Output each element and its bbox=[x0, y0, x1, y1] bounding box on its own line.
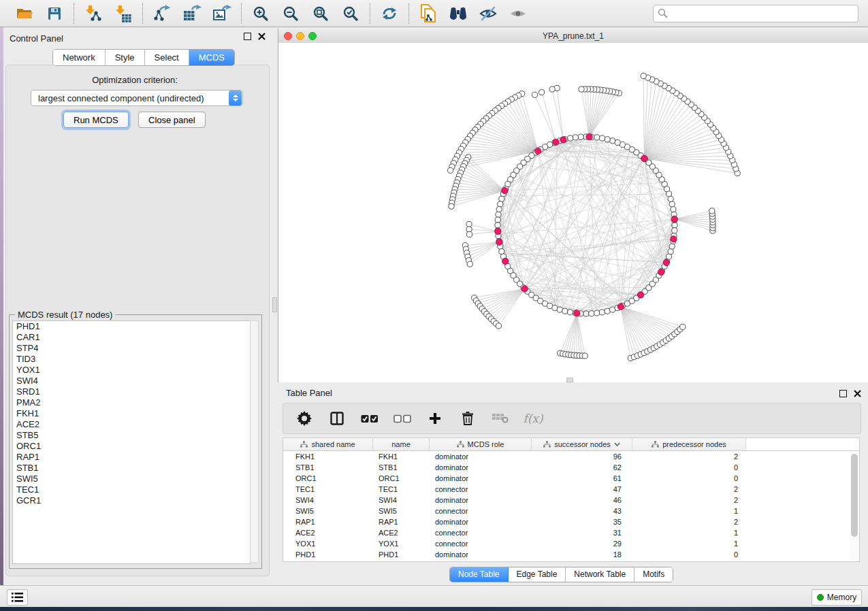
table-row[interactable]: TEC1TEC1connector472 bbox=[283, 484, 859, 495]
column-header-MCDS-role[interactable]: MCDS role bbox=[430, 438, 532, 450]
hide-selected-icon[interactable] bbox=[478, 3, 498, 24]
zoom-in-icon[interactable] bbox=[251, 3, 271, 24]
add-column-icon[interactable] bbox=[426, 410, 444, 427]
network-node[interactable] bbox=[672, 228, 677, 233]
network-hub-node[interactable] bbox=[535, 148, 541, 154]
float-panel-icon[interactable] bbox=[244, 33, 251, 40]
zoom-selected-icon[interactable] bbox=[340, 3, 361, 24]
table-row[interactable]: STB1STB1dominator620 bbox=[283, 462, 859, 473]
mcds-result-item[interactable]: FKH1 bbox=[13, 408, 250, 419]
network-canvas[interactable] bbox=[278, 43, 868, 382]
column-header-predecessor-nodes[interactable]: predecessor nodes bbox=[632, 438, 746, 450]
table-scrollbar-thumb[interactable] bbox=[851, 454, 858, 537]
tab-select[interactable]: Select bbox=[145, 50, 189, 65]
import-network-icon[interactable] bbox=[83, 3, 103, 24]
network-node[interactable] bbox=[449, 203, 454, 209]
network-node[interactable] bbox=[709, 208, 715, 214]
column-layout-icon[interactable] bbox=[328, 410, 346, 427]
mcds-result-item[interactable]: STP4 bbox=[13, 343, 250, 354]
mcds-result-item[interactable]: STB1 bbox=[13, 463, 250, 474]
network-hub-node[interactable] bbox=[502, 258, 509, 264]
mcds-result-item[interactable]: STB5 bbox=[13, 430, 250, 441]
tab-edge-table[interactable]: Edge Table bbox=[509, 567, 566, 582]
network-node[interactable] bbox=[532, 92, 537, 97]
mcds-result-item[interactable]: TEC1 bbox=[13, 484, 250, 495]
table-row[interactable]: RAP1RAP1dominator352 bbox=[283, 516, 859, 527]
network-hub-node[interactable] bbox=[496, 239, 502, 245]
tab-style[interactable]: Style bbox=[106, 50, 145, 65]
network-node[interactable] bbox=[466, 227, 472, 232]
export-table-icon[interactable] bbox=[182, 3, 202, 24]
mcds-result-item[interactable]: RAP1 bbox=[13, 452, 250, 463]
network-node[interactable] bbox=[605, 308, 610, 314]
network-node[interactable] bbox=[582, 353, 588, 359]
close-panel-button[interactable]: Close panel bbox=[138, 112, 206, 128]
mcds-result-item[interactable]: TID3 bbox=[13, 354, 250, 365]
column-header-name[interactable]: name bbox=[373, 438, 430, 450]
column-header-successor-nodes[interactable]: successor nodes bbox=[532, 438, 632, 450]
network-node[interactable] bbox=[669, 244, 675, 249]
network-node[interactable] bbox=[671, 206, 676, 212]
network-node[interactable] bbox=[567, 310, 573, 315]
show-all-icon[interactable] bbox=[508, 3, 528, 24]
network-node[interactable] bbox=[605, 137, 610, 142]
tab-network-table[interactable]: Network Table bbox=[566, 567, 634, 582]
export-image-icon[interactable] bbox=[212, 3, 232, 24]
table-row[interactable]: YOX1YOX1connector291 bbox=[283, 538, 859, 549]
network-node[interactable] bbox=[495, 217, 500, 222]
network-node[interactable] bbox=[599, 135, 605, 141]
network-node[interactable] bbox=[448, 167, 453, 173]
tab-mcds[interactable]: MCDS bbox=[189, 50, 234, 65]
network-node[interactable] bbox=[495, 222, 500, 228]
tab-network[interactable]: Network bbox=[53, 50, 106, 65]
network-hub-node[interactable] bbox=[553, 139, 559, 145]
network-node[interactable] bbox=[579, 86, 584, 92]
close-table-panel-icon[interactable] bbox=[854, 390, 861, 397]
network-hub-node[interactable] bbox=[560, 137, 566, 143]
network-node[interactable] bbox=[557, 307, 562, 312]
network-node[interactable] bbox=[599, 310, 605, 315]
mcds-list-scrollbar[interactable] bbox=[250, 320, 259, 563]
network-node[interactable] bbox=[594, 310, 600, 316]
task-history-button[interactable] bbox=[7, 589, 28, 606]
network-hub-node[interactable] bbox=[586, 133, 592, 139]
settings-gear-icon[interactable] bbox=[295, 410, 313, 427]
memory-button[interactable]: Memory bbox=[811, 589, 862, 606]
network-hub-node[interactable] bbox=[521, 286, 528, 292]
network-node[interactable] bbox=[583, 311, 589, 316]
mcds-result-item[interactable]: SRD1 bbox=[13, 386, 250, 397]
network-node[interactable] bbox=[573, 135, 578, 140]
mcds-result-item[interactable]: SWI5 bbox=[13, 474, 250, 484]
network-node[interactable] bbox=[498, 201, 503, 207]
table-row[interactable]: SWI5SWI5connector431 bbox=[283, 506, 859, 516]
network-node[interactable] bbox=[589, 311, 594, 316]
network-node[interactable] bbox=[680, 324, 686, 329]
save-session-icon[interactable] bbox=[44, 3, 65, 24]
network-node[interactable] bbox=[594, 135, 600, 140]
criterion-dropdown[interactable]: largest connected component (undirected) bbox=[31, 90, 243, 106]
search-input[interactable] bbox=[671, 7, 854, 19]
network-hub-node[interactable] bbox=[495, 228, 501, 234]
network-node[interactable] bbox=[641, 73, 646, 79]
export-network-icon[interactable] bbox=[152, 3, 172, 24]
table-row[interactable]: FKH1FKH1dominator962 bbox=[283, 451, 859, 462]
network-node[interactable] bbox=[496, 212, 501, 217]
mcds-result-item[interactable]: PMA2 bbox=[13, 397, 250, 408]
delete-column-icon[interactable] bbox=[459, 410, 477, 427]
clone-network-icon[interactable] bbox=[418, 3, 438, 24]
table-row[interactable]: ACE2ACE2connector311 bbox=[283, 527, 859, 538]
network-node[interactable] bbox=[562, 308, 568, 314]
mcds-result-item[interactable]: ACE2 bbox=[13, 419, 250, 430]
mcds-result-item[interactable]: GCR1 bbox=[13, 495, 250, 506]
network-hub-node[interactable] bbox=[671, 236, 677, 242]
network-node[interactable] bbox=[496, 206, 502, 212]
table-scrollbar-track[interactable] bbox=[850, 452, 858, 560]
mcds-result-item[interactable]: PHD1 bbox=[13, 321, 250, 332]
mcds-result-item[interactable]: CAR1 bbox=[13, 332, 250, 343]
run-mcds-button[interactable]: Run MCDS bbox=[63, 112, 129, 128]
network-hub-node[interactable] bbox=[658, 269, 664, 275]
mcds-result-item[interactable]: ORC1 bbox=[13, 441, 250, 452]
table-row[interactable]: ORC1ORC1dominator610 bbox=[283, 473, 859, 484]
network-hub-node[interactable] bbox=[502, 188, 508, 194]
network-node[interactable] bbox=[610, 138, 615, 144]
